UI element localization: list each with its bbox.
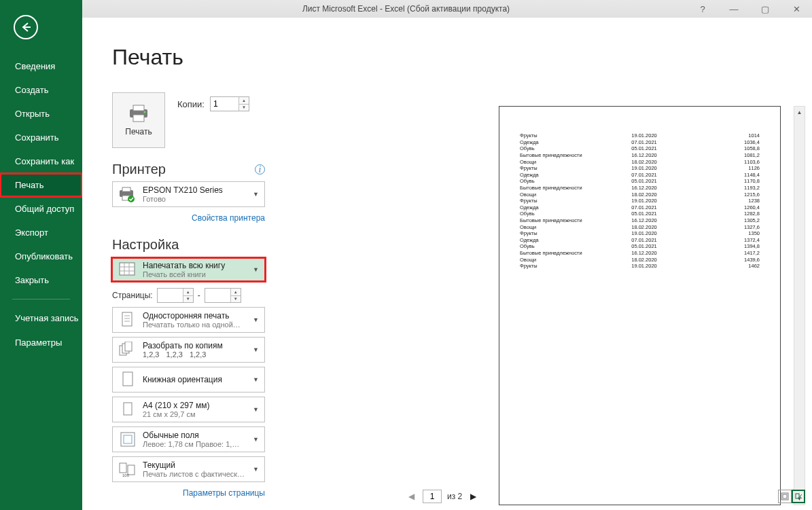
scroll-up-button[interactable]: ▲ [794,107,805,118]
printer-heading: Принтер [112,162,166,177]
pages-to-up[interactable]: ▲ [230,289,241,296]
preview-table: Фрукты19.01.20201014Одежда07.01.20211036… [518,132,761,269]
sides-title: Односторонняя печать [143,311,251,321]
svg-rect-37 [783,494,787,498]
scaling-title: Текущий [143,460,251,470]
paper-sub: 21 см x 29,7 см [143,410,251,418]
close-button[interactable]: ✕ [781,0,812,18]
table-row: Фрукты19.01.20201350 [518,230,761,237]
table-row: Одежда07.01.20211372,4 [518,237,761,244]
copies-down-button[interactable]: ▼ [239,105,249,111]
table-row: Овощи18.02.20201215,6 [518,191,761,198]
pages-separator: - [198,291,200,300]
collate-title: Разобрать по копиям [143,341,251,350]
copies-label: Копии: [177,99,205,109]
page-setup-link[interactable]: Параметры страницы [183,488,265,498]
next-page-button[interactable]: ▶ [467,492,479,501]
orientation-title: Книжная ориентация [143,375,251,384]
scaling-sub: Печать листов с фактическ… [143,470,251,478]
table-row: Фрукты19.01.20201238 [518,198,761,204]
sidebar-item-share[interactable]: Общий доступ [0,197,82,221]
print-button[interactable]: Печать [112,92,165,148]
pages-from-input[interactable]: ▲▼ [157,288,194,303]
table-row: Обувь05.01.20211282,8 [518,211,761,217]
svg-rect-31 [121,433,135,446]
scaling-select[interactable]: 100 Текущий Печать листов с фактическ… ▼ [112,456,265,482]
chevron-down-icon: ▼ [251,266,260,273]
maximize-button[interactable]: ▢ [749,0,781,18]
collate-seq-1: 1,2,3 [143,350,159,359]
printer-props-link[interactable]: Свойства принтера [192,213,265,223]
pages-from-up[interactable]: ▲ [183,289,193,296]
printer-info-icon[interactable]: i [255,164,265,175]
sidebar-item-publish[interactable]: Опубликовать [0,244,82,268]
back-arrow-icon [20,21,32,33]
svg-rect-38 [796,494,799,498]
printer-name: EPSON TX210 Series [143,185,251,195]
table-row: Одежда07.01.20211148,4 [518,172,761,179]
sides-select[interactable]: Односторонняя печать Печатать только на … [112,307,265,333]
page-number-input[interactable] [423,490,442,503]
show-margins-button[interactable] [778,490,792,503]
print-button-label: Печать [125,127,152,136]
margins-select[interactable]: Обычные поля Левое: 1,78 см Правое: 1,… … [112,426,265,452]
sidebar-item-close[interactable]: Закрыть [0,268,82,292]
sidebar-item-save[interactable]: Сохранить [0,126,82,149]
print-backstage-main: Печать Печать Копии: 1 ▲▼ [82,18,812,510]
chevron-down-icon: ▼ [251,376,260,383]
preview-scrollbar[interactable]: ▲ ▼ [794,106,805,505]
scaling-icon: 100 [117,460,139,479]
scroll-thumb[interactable] [794,118,805,493]
svg-rect-29 [123,372,133,386]
printer-select[interactable]: EPSON TX210 Series Готово ▼ [112,181,265,207]
orientation-select[interactable]: Книжная ориентация ▼ [112,367,265,393]
sidebar-item-options[interactable]: Параметры [0,331,82,354]
sides-sub: Печатать только на одной… [143,321,251,329]
pages-to-input[interactable]: ▲▼ [205,288,241,303]
chevron-down-icon: ▼ [251,406,260,413]
minimize-button[interactable]: — [718,0,749,18]
zoom-to-page-button[interactable] [792,490,805,503]
backstage-sidebar: Сведения Создать Открыть Сохранить Сохра… [0,0,82,510]
collate-seq-3: 1,2,3 [190,350,206,359]
svg-rect-10 [133,105,144,111]
sidebar-item-export[interactable]: Экспорт [0,221,82,244]
collate-select[interactable]: Разобрать по копиям 1,2,3 1,2,3 1,2,3 ▼ [112,337,265,363]
print-preview-area: Фрукты19.01.20201014Одежда07.01.20211036… [415,92,805,490]
margins-icon [117,430,139,449]
settings-heading: Настройка [112,237,350,253]
svg-rect-33 [120,463,126,473]
back-button[interactable] [14,15,38,39]
pages-from-down[interactable]: ▼ [183,296,193,303]
sidebar-item-new[interactable]: Создать [0,78,82,102]
workbook-icon [117,260,139,279]
sidebar-item-print[interactable]: Печать [0,173,82,197]
collate-icon [117,340,139,359]
table-row: Овощи18.02.20201103,6 [518,158,761,165]
collate-seq-2: 1,2,3 [166,350,182,359]
printer-device-icon [117,185,139,204]
page-of-label: из 2 [447,492,462,501]
chevron-down-icon: ▼ [251,436,260,443]
table-row: Фрукты19.01.20201014 [518,132,761,139]
sidebar-item-account[interactable]: Учетная запись [0,306,82,331]
svg-rect-28 [125,342,132,351]
titlebar: Лист Microsoft Excel - Excel (Сбой актив… [0,0,812,18]
single-side-icon [117,310,139,329]
page-navigation: ◀ из 2 ▶ [415,488,805,505]
table-row: Бытовые принадлежности16.12.20201081,2 [518,152,761,159]
table-row: Одежда07.01.20211260,4 [518,204,761,211]
sidebar-item-info[interactable]: Сведения [0,54,82,78]
copies-input[interactable]: 1 ▲▼ [210,96,249,111]
print-what-select[interactable]: Напечатать всю книгу Печать всей книги ▼ [111,257,266,283]
paper-size-select[interactable]: A4 (210 x 297 мм) 21 см x 29,7 см ▼ [112,397,265,422]
table-row: Одежда07.01.20211036,4 [518,139,761,146]
margins-sub: Левое: 1,78 см Правое: 1,… [143,440,251,448]
copies-up-button[interactable]: ▲ [239,97,249,105]
sidebar-item-saveas[interactable]: Сохранить как [0,149,82,173]
help-button[interactable]: ? [687,0,718,18]
preview-page: Фрукты19.01.20201014Одежда07.01.20211036… [499,106,781,505]
pages-to-down[interactable]: ▼ [230,296,241,303]
sidebar-item-open[interactable]: Открыть [0,102,82,126]
prev-page-button[interactable]: ◀ [406,492,417,501]
